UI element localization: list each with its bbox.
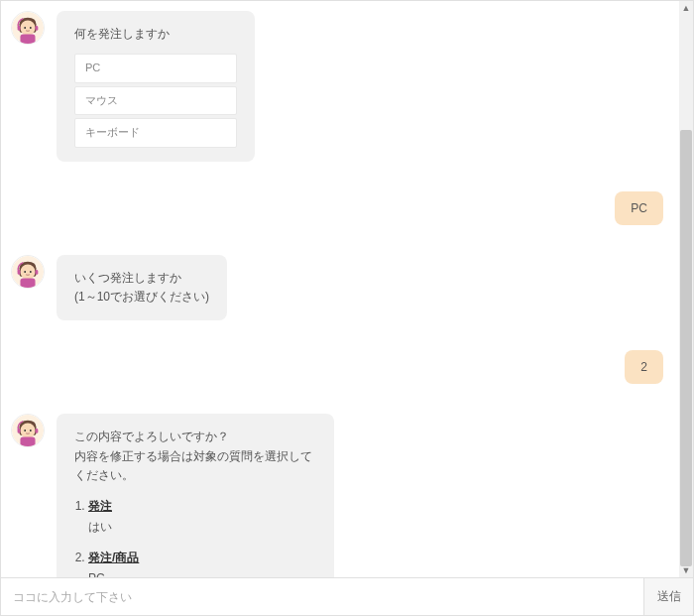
- user-bubble: PC: [615, 191, 663, 225]
- confirm-value: PC: [88, 569, 316, 577]
- chat-area: 何を発注しますか PC マウス キーボード PC いくつ発注します: [0, 0, 694, 578]
- scrollbar-thumb[interactable]: [680, 130, 692, 566]
- svg-point-15: [20, 424, 35, 438]
- option-mouse[interactable]: マウス: [74, 86, 237, 116]
- svg-point-9: [24, 271, 26, 273]
- user-message: 2: [11, 350, 669, 384]
- bot-bubble: いくつ発注しますか (1～10でお選びください): [57, 255, 227, 320]
- bot-text: 何を発注しますか: [74, 25, 237, 44]
- svg-point-1: [20, 20, 35, 35]
- user-bubble: 2: [625, 350, 663, 384]
- bot-text-line2: (1～10でお選びください): [74, 288, 209, 307]
- svg-point-17: [30, 430, 32, 431]
- scrollbar-track[interactable]: ▲ ▼: [679, 1, 693, 577]
- option-pc[interactable]: PC: [74, 54, 237, 83]
- confirm-value: はい: [88, 518, 316, 537]
- scroll-down-icon[interactable]: ▼: [679, 563, 693, 577]
- svg-point-2: [24, 27, 26, 29]
- confirm-label: 発注: [88, 499, 112, 513]
- svg-point-3: [30, 27, 32, 29]
- svg-point-16: [24, 430, 26, 431]
- bot-bubble: 何を発注しますか PC マウス キーボード: [57, 11, 255, 162]
- input-bar: 送信: [0, 578, 694, 616]
- chat-app: 何を発注しますか PC マウス キーボード PC いくつ発注します: [0, 0, 694, 616]
- svg-rect-6: [20, 35, 35, 44]
- option-keyboard[interactable]: キーボード: [74, 118, 237, 148]
- svg-rect-12: [36, 270, 39, 275]
- svg-rect-20: [20, 437, 35, 446]
- svg-rect-19: [36, 429, 39, 433]
- bot-bubble-confirm: この内容でよろしいですか？ 内容を修正する場合は対象の質問を選択してください。 …: [57, 414, 334, 577]
- svg-point-8: [20, 264, 35, 279]
- bot-avatar-icon: [11, 11, 45, 45]
- bot-message-confirm: この内容でよろしいですか？ 内容を修正する場合は対象の質問を選択してください。 …: [11, 414, 669, 577]
- bot-message: 何を発注しますか PC マウス キーボード: [11, 11, 669, 162]
- confirm-label: 発注/商品: [88, 551, 139, 564]
- bot-message: いくつ発注しますか (1～10でお選びください): [11, 255, 669, 320]
- message-input[interactable]: [1, 578, 643, 615]
- svg-rect-13: [20, 279, 35, 288]
- option-list: PC マウス キーボード: [74, 54, 237, 148]
- scroll-up-icon[interactable]: ▲: [679, 1, 693, 15]
- chat-scroll[interactable]: 何を発注しますか PC マウス キーボード PC いくつ発注します: [1, 1, 679, 577]
- confirm-item-2[interactable]: 発注/商品 PC: [88, 549, 316, 577]
- bot-avatar-icon: [11, 255, 45, 289]
- user-message: PC: [11, 191, 669, 225]
- bot-avatar-icon: [11, 414, 45, 447]
- confirm-line2: 内容を修正する場合は対象の質問を選択してください。: [74, 447, 316, 485]
- bot-text-line1: いくつ発注しますか: [74, 269, 209, 288]
- svg-rect-5: [36, 26, 39, 31]
- svg-point-10: [30, 271, 32, 273]
- confirm-item-1[interactable]: 発注 はい: [88, 497, 316, 537]
- confirm-line1: この内容でよろしいですか？: [74, 428, 316, 446]
- confirm-list: 発注 はい 発注/商品 PC 発注/発注数 2: [74, 497, 316, 577]
- send-button[interactable]: 送信: [643, 578, 693, 615]
